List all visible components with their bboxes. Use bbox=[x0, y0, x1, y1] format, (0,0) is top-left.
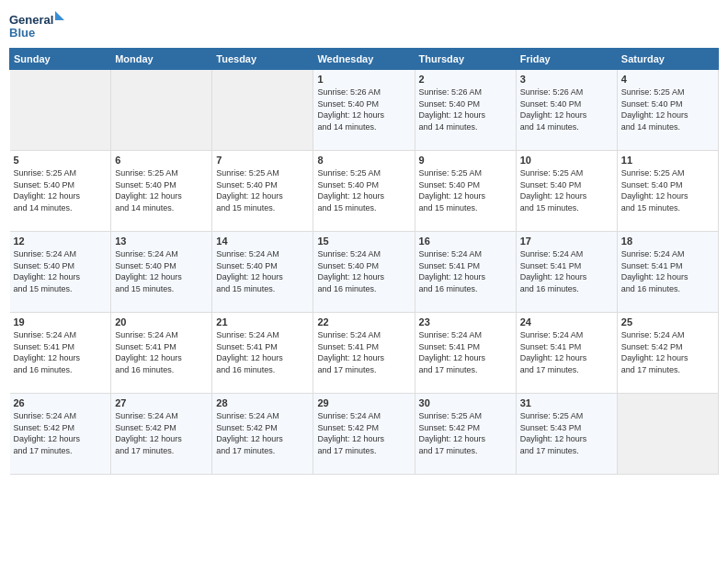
day-info: Sunrise: 5:24 AM Sunset: 5:40 PM Dayligh… bbox=[14, 248, 108, 294]
day-info: Sunrise: 5:24 AM Sunset: 5:42 PM Dayligh… bbox=[216, 410, 309, 456]
calendar-cell: 26Sunrise: 5:24 AM Sunset: 5:42 PM Dayli… bbox=[10, 394, 111, 475]
calendar-cell: 30Sunrise: 5:25 AM Sunset: 5:42 PM Dayli… bbox=[415, 394, 516, 475]
day-number: 23 bbox=[419, 316, 512, 327]
calendar-header-row: SundayMondayTuesdayWednesdayThursdayFrid… bbox=[10, 49, 719, 70]
calendar-cell: 22Sunrise: 5:24 AM Sunset: 5:41 PM Dayli… bbox=[313, 313, 415, 394]
day-info: Sunrise: 5:24 AM Sunset: 5:41 PM Dayligh… bbox=[621, 248, 714, 294]
day-info: Sunrise: 5:24 AM Sunset: 5:40 PM Dayligh… bbox=[317, 248, 410, 294]
header-cell-wednesday: Wednesday bbox=[313, 49, 415, 70]
calendar-cell: 1Sunrise: 5:26 AM Sunset: 5:40 PM Daylig… bbox=[313, 70, 415, 151]
calendar-cell bbox=[617, 394, 718, 475]
day-info: Sunrise: 5:24 AM Sunset: 5:41 PM Dayligh… bbox=[419, 329, 512, 375]
header-cell-sunday: Sunday bbox=[10, 49, 111, 70]
header-cell-tuesday: Tuesday bbox=[212, 49, 313, 70]
day-info: Sunrise: 5:26 AM Sunset: 5:40 PM Dayligh… bbox=[520, 86, 613, 132]
day-number: 15 bbox=[317, 236, 410, 247]
calendar-cell: 24Sunrise: 5:24 AM Sunset: 5:41 PM Dayli… bbox=[516, 313, 617, 394]
day-number: 24 bbox=[520, 316, 613, 327]
week-row-5: 26Sunrise: 5:24 AM Sunset: 5:42 PM Dayli… bbox=[10, 394, 719, 475]
calendar-cell: 21Sunrise: 5:24 AM Sunset: 5:41 PM Dayli… bbox=[212, 313, 313, 394]
day-info: Sunrise: 5:25 AM Sunset: 5:40 PM Dayligh… bbox=[216, 167, 309, 213]
day-info: Sunrise: 5:24 AM Sunset: 5:40 PM Dayligh… bbox=[115, 248, 208, 294]
calendar-cell: 4Sunrise: 5:25 AM Sunset: 5:40 PM Daylig… bbox=[617, 70, 718, 151]
day-info: Sunrise: 5:26 AM Sunset: 5:40 PM Dayligh… bbox=[419, 86, 512, 132]
day-number: 6 bbox=[115, 155, 208, 166]
calendar-cell bbox=[10, 70, 111, 151]
calendar-cell: 27Sunrise: 5:24 AM Sunset: 5:42 PM Dayli… bbox=[111, 394, 212, 475]
calendar-cell bbox=[212, 70, 313, 151]
day-number: 20 bbox=[115, 316, 208, 327]
header-cell-saturday: Saturday bbox=[617, 49, 718, 70]
day-info: Sunrise: 5:24 AM Sunset: 5:41 PM Dayligh… bbox=[419, 248, 512, 294]
calendar-cell: 7Sunrise: 5:25 AM Sunset: 5:40 PM Daylig… bbox=[212, 151, 313, 232]
day-info: Sunrise: 5:25 AM Sunset: 5:40 PM Dayligh… bbox=[621, 167, 714, 213]
day-info: Sunrise: 5:25 AM Sunset: 5:43 PM Dayligh… bbox=[520, 410, 613, 456]
day-info: Sunrise: 5:25 AM Sunset: 5:40 PM Dayligh… bbox=[621, 86, 714, 132]
day-info: Sunrise: 5:24 AM Sunset: 5:41 PM Dayligh… bbox=[14, 329, 108, 375]
day-info: Sunrise: 5:25 AM Sunset: 5:42 PM Dayligh… bbox=[419, 410, 512, 456]
svg-text:General: General bbox=[9, 13, 53, 27]
day-info: Sunrise: 5:26 AM Sunset: 5:40 PM Dayligh… bbox=[317, 86, 410, 132]
day-number: 31 bbox=[520, 397, 613, 408]
day-number: 2 bbox=[419, 74, 512, 85]
header: General Blue bbox=[9, 9, 719, 42]
day-number: 11 bbox=[621, 155, 714, 166]
calendar-cell: 29Sunrise: 5:24 AM Sunset: 5:42 PM Dayli… bbox=[313, 394, 415, 475]
day-number: 7 bbox=[216, 155, 309, 166]
calendar-cell: 23Sunrise: 5:24 AM Sunset: 5:41 PM Dayli… bbox=[415, 313, 516, 394]
day-number: 9 bbox=[419, 155, 512, 166]
day-info: Sunrise: 5:24 AM Sunset: 5:40 PM Dayligh… bbox=[216, 248, 309, 294]
day-number: 8 bbox=[317, 155, 410, 166]
calendar-cell: 3Sunrise: 5:26 AM Sunset: 5:40 PM Daylig… bbox=[516, 70, 617, 151]
day-number: 19 bbox=[14, 316, 108, 327]
day-info: Sunrise: 5:25 AM Sunset: 5:40 PM Dayligh… bbox=[419, 167, 512, 213]
calendar-cell: 10Sunrise: 5:25 AM Sunset: 5:40 PM Dayli… bbox=[516, 151, 617, 232]
logo-svg: General Blue bbox=[9, 9, 64, 42]
calendar-cell: 16Sunrise: 5:24 AM Sunset: 5:41 PM Dayli… bbox=[415, 232, 516, 313]
day-info: Sunrise: 5:24 AM Sunset: 5:42 PM Dayligh… bbox=[621, 329, 714, 375]
day-info: Sunrise: 5:25 AM Sunset: 5:40 PM Dayligh… bbox=[317, 167, 410, 213]
day-number: 14 bbox=[216, 236, 309, 247]
day-number: 25 bbox=[621, 316, 714, 327]
day-info: Sunrise: 5:24 AM Sunset: 5:41 PM Dayligh… bbox=[216, 329, 309, 375]
day-number: 1 bbox=[317, 74, 410, 85]
calendar-cell: 18Sunrise: 5:24 AM Sunset: 5:41 PM Dayli… bbox=[617, 232, 718, 313]
day-number: 21 bbox=[216, 316, 309, 327]
svg-marker-2 bbox=[55, 11, 64, 20]
day-info: Sunrise: 5:24 AM Sunset: 5:41 PM Dayligh… bbox=[317, 329, 410, 375]
day-info: Sunrise: 5:24 AM Sunset: 5:41 PM Dayligh… bbox=[115, 329, 208, 375]
day-info: Sunrise: 5:24 AM Sunset: 5:41 PM Dayligh… bbox=[520, 248, 613, 294]
day-number: 5 bbox=[14, 155, 108, 166]
calendar-cell: 9Sunrise: 5:25 AM Sunset: 5:40 PM Daylig… bbox=[415, 151, 516, 232]
day-info: Sunrise: 5:25 AM Sunset: 5:40 PM Dayligh… bbox=[520, 167, 613, 213]
week-row-2: 5Sunrise: 5:25 AM Sunset: 5:40 PM Daylig… bbox=[10, 151, 719, 232]
calendar-cell: 6Sunrise: 5:25 AM Sunset: 5:40 PM Daylig… bbox=[111, 151, 212, 232]
calendar-cell: 11Sunrise: 5:25 AM Sunset: 5:40 PM Dayli… bbox=[617, 151, 718, 232]
week-row-3: 12Sunrise: 5:24 AM Sunset: 5:40 PM Dayli… bbox=[10, 232, 719, 313]
calendar-cell: 19Sunrise: 5:24 AM Sunset: 5:41 PM Dayli… bbox=[10, 313, 111, 394]
day-number: 26 bbox=[14, 397, 108, 408]
day-number: 12 bbox=[14, 236, 108, 247]
calendar-cell: 31Sunrise: 5:25 AM Sunset: 5:43 PM Dayli… bbox=[516, 394, 617, 475]
header-cell-friday: Friday bbox=[516, 49, 617, 70]
header-cell-thursday: Thursday bbox=[415, 49, 516, 70]
day-number: 3 bbox=[520, 74, 613, 85]
logo: General Blue bbox=[9, 9, 64, 42]
day-info: Sunrise: 5:25 AM Sunset: 5:40 PM Dayligh… bbox=[14, 167, 108, 213]
day-number: 13 bbox=[115, 236, 208, 247]
calendar-cell: 20Sunrise: 5:24 AM Sunset: 5:41 PM Dayli… bbox=[111, 313, 212, 394]
day-info: Sunrise: 5:24 AM Sunset: 5:41 PM Dayligh… bbox=[520, 329, 613, 375]
day-number: 18 bbox=[621, 236, 714, 247]
day-number: 10 bbox=[520, 155, 613, 166]
day-info: Sunrise: 5:25 AM Sunset: 5:40 PM Dayligh… bbox=[115, 167, 208, 213]
calendar-cell: 13Sunrise: 5:24 AM Sunset: 5:40 PM Dayli… bbox=[111, 232, 212, 313]
calendar-body: 1Sunrise: 5:26 AM Sunset: 5:40 PM Daylig… bbox=[10, 70, 719, 475]
week-row-4: 19Sunrise: 5:24 AM Sunset: 5:41 PM Dayli… bbox=[10, 313, 719, 394]
calendar-cell bbox=[111, 70, 212, 151]
calendar-cell: 17Sunrise: 5:24 AM Sunset: 5:41 PM Dayli… bbox=[516, 232, 617, 313]
day-number: 17 bbox=[520, 236, 613, 247]
day-number: 27 bbox=[115, 397, 208, 408]
day-info: Sunrise: 5:24 AM Sunset: 5:42 PM Dayligh… bbox=[317, 410, 410, 456]
calendar-cell: 25Sunrise: 5:24 AM Sunset: 5:42 PM Dayli… bbox=[617, 313, 718, 394]
day-number: 30 bbox=[419, 397, 512, 408]
